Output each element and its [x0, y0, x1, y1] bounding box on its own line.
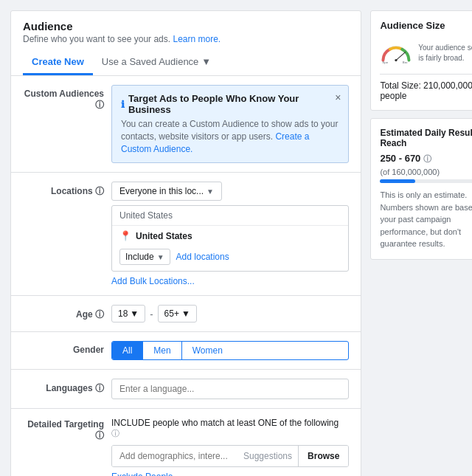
languages-info-icon[interactable]: ⓘ	[95, 383, 104, 393]
targeting-input[interactable]	[112, 446, 237, 466]
locations-box: United States 📍 United States Include ▼ …	[111, 205, 349, 272]
panel-header: Audience Define who you want to see your…	[11, 11, 361, 76]
targeting-input-row: Suggestions Browse	[111, 445, 349, 467]
age-info-icon[interactable]: ⓘ	[95, 309, 104, 320]
of-text: (of 160,000,000)	[380, 168, 472, 176]
include-dropdown[interactable]: Include ▼	[119, 249, 170, 265]
gauge-label: Your audience selection is fairly broad.	[418, 43, 472, 63]
location-country: United States	[112, 206, 348, 226]
detailed-targeting-label: Detailed Targeting ⓘ	[23, 418, 111, 442]
custom-audiences-label: Custom Audiences ⓘ	[23, 85, 111, 111]
locations-section: Locations ⓘ Everyone in this loc... ▼ Un…	[11, 173, 361, 296]
gender-group: All Men Women	[111, 341, 349, 360]
estimated-note: This is only an estimate. Numbers shown …	[380, 189, 472, 250]
audience-size-box: Audience Size Spe Bro	[370, 10, 472, 111]
languages-label: Languages ⓘ	[23, 379, 111, 395]
info-circle-icon: ℹ	[121, 99, 125, 110]
location-pin-icon: 📍	[119, 230, 131, 241]
age-min-select[interactable]: 18 ▼	[111, 305, 145, 322]
detailed-info-icon[interactable]: ⓘ	[95, 430, 104, 441]
gender-section: Gender All Men Women	[11, 332, 361, 370]
chevron-down-icon: ▼	[206, 187, 214, 196]
chevron-down-icon: ▼	[130, 308, 139, 319]
tab-use-saved[interactable]: Use a Saved Audience ▼	[93, 50, 220, 75]
gender-control: All Men Women	[111, 341, 349, 360]
info-icon[interactable]: ⓘ	[95, 100, 104, 110]
age-section: Age ⓘ 18 ▼ - 65+ ▼	[11, 296, 361, 332]
age-control: 18 ▼ - 65+ ▼	[111, 305, 349, 322]
custom-audiences-control: × ℹ Target Ads to People Who Know Your B…	[111, 85, 349, 163]
tab-bar: Create New Use a Saved Audience ▼	[23, 50, 349, 75]
languages-control	[111, 379, 349, 399]
locations-label: Locations ⓘ	[23, 182, 111, 198]
locations-control: Everyone in this loc... ▼ United States …	[111, 182, 349, 286]
audience-size-title: Audience Size	[380, 20, 472, 31]
exclude-people-link[interactable]: Exclude People	[111, 472, 173, 476]
page-title: Audience	[23, 20, 349, 32]
reach-value: 250 - 670 ⓘ	[380, 153, 472, 165]
total-size: Total Size: 210,000,000 people	[380, 74, 472, 101]
gender-all-button[interactable]: All	[112, 342, 142, 359]
gender-women-button[interactable]: Women	[181, 342, 233, 359]
locations-info-icon[interactable]: ⓘ	[95, 186, 104, 196]
locations-dropdown[interactable]: Everyone in this loc... ▼	[111, 182, 222, 201]
detailed-sub-info-icon[interactable]: ⓘ	[111, 429, 119, 438]
svg-text:Bro: Bro	[403, 61, 408, 64]
reach-bar-fill	[380, 179, 415, 183]
estimated-box: Estimated Daily Results Reach 250 - 670 …	[370, 118, 472, 260]
info-box: × ℹ Target Ads to People Who Know Your B…	[111, 85, 349, 163]
add-bulk-locations-link[interactable]: Add Bulk Locations...	[111, 276, 349, 286]
detailed-targeting-header: INCLUDE people who match at least ONE of…	[111, 418, 349, 439]
detailed-targeting-section: Detailed Targeting ⓘ INCLUDE people who …	[11, 409, 361, 476]
estimated-title: Estimated Daily Results Reach	[380, 128, 472, 148]
location-item: 📍 United States	[112, 226, 348, 246]
include-row: Include ▼ Add locations	[112, 246, 348, 271]
gender-label: Gender	[23, 341, 111, 355]
svg-line-0	[396, 52, 406, 61]
age-row: 18 ▼ - 65+ ▼	[111, 305, 349, 322]
svg-text:Spe: Spe	[383, 61, 389, 64]
reach-info-icon[interactable]: ⓘ	[423, 154, 431, 163]
right-panel: Audience Size Spe Bro	[370, 10, 472, 476]
gender-men-button[interactable]: Men	[142, 342, 181, 359]
age-label: Age ⓘ	[23, 305, 111, 321]
custom-audiences-section: Custom Audiences ⓘ × ℹ Target Ads to Peo…	[11, 76, 361, 173]
languages-input[interactable]	[111, 379, 349, 399]
reach-bar	[380, 179, 472, 183]
close-icon[interactable]: ×	[335, 92, 341, 103]
svg-point-1	[395, 59, 398, 61]
languages-section: Languages ⓘ	[11, 370, 361, 409]
gauge-container: Spe Bro Your audience selection is fairl…	[380, 38, 472, 68]
learn-more-link[interactable]: Learn more.	[173, 34, 221, 44]
page-subtitle: Define who you want to see your ads. Lea…	[23, 34, 349, 44]
detailed-targeting-control: INCLUDE people who match at least ONE of…	[111, 418, 349, 476]
age-max-select[interactable]: 65+ ▼	[158, 305, 197, 322]
tab-create-new[interactable]: Create New	[23, 50, 93, 75]
chevron-down-icon: ▼	[157, 253, 164, 261]
suggestions-link[interactable]: Suggestions	[237, 451, 298, 461]
chevron-down-icon: ▼	[181, 308, 190, 319]
browse-button[interactable]: Browse	[298, 446, 348, 466]
gauge-chart: Spe Bro	[380, 38, 412, 68]
add-locations-link[interactable]: Add locations	[176, 252, 229, 262]
age-dash: -	[150, 308, 153, 320]
chevron-down-icon: ▼	[201, 56, 211, 67]
